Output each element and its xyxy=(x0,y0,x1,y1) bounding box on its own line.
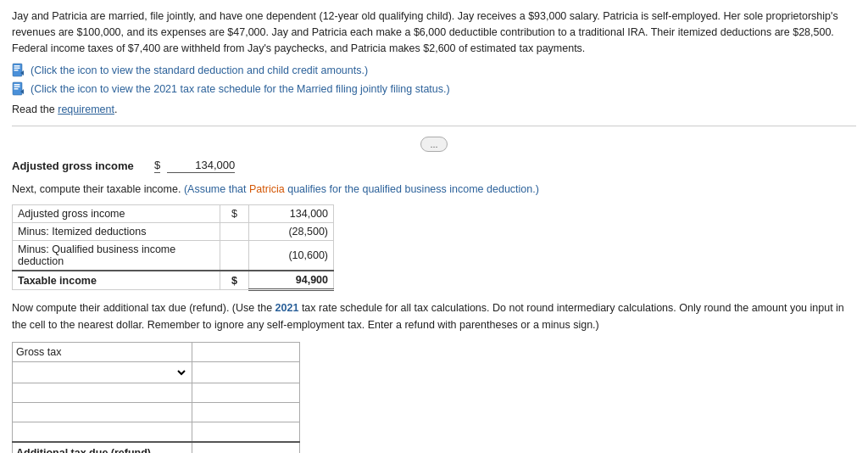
refund-row-1-label[interactable] xyxy=(16,385,188,400)
svg-rect-8 xyxy=(14,88,19,90)
refund-row-3-value[interactable] xyxy=(196,424,296,439)
refund-row-1-value[interactable] xyxy=(196,385,296,400)
additional-tax-input[interactable] xyxy=(196,445,296,453)
svg-rect-7 xyxy=(14,87,20,88)
refund-row-2-label[interactable] xyxy=(16,405,188,420)
read-requirement: Read the requirement. xyxy=(12,103,856,115)
svg-rect-6 xyxy=(14,84,20,86)
taxable-row-1-value: (28,500) xyxy=(248,223,333,241)
gross-tax-row: Gross tax xyxy=(13,343,300,362)
agi-dollar-sign: $ xyxy=(154,159,160,173)
tax-rate-link-text: (Click the icon to view the 2021 tax rat… xyxy=(31,83,450,95)
taxable-row-1-label: Minus: Itemized deductions xyxy=(13,223,220,241)
gross-tax-input[interactable] xyxy=(196,344,296,360)
refund-row-3-value-cell[interactable] xyxy=(192,422,299,443)
agi-value: 134,000 xyxy=(167,159,235,173)
agi-section: Adjusted gross income $ 134,000 xyxy=(12,159,856,173)
refund-row-3 xyxy=(13,422,300,443)
refund-row-1 xyxy=(13,383,300,403)
tax-rate-link-row[interactable]: (Click the icon to view the 2021 tax rat… xyxy=(12,81,856,97)
refund-dropdown-input[interactable] xyxy=(196,365,296,380)
refund-row-1-value-cell[interactable] xyxy=(192,383,299,403)
refund-type-select[interactable]: Tax withheld Estimated tax payments Chil… xyxy=(16,364,188,381)
refund-row-3-label-cell[interactable] xyxy=(13,422,192,443)
gross-tax-input-cell[interactable] xyxy=(192,343,299,362)
section-divider xyxy=(12,126,856,126)
taxable-row-2-label: Minus: Qualified business income deducti… xyxy=(13,241,220,271)
standard-deduction-icon xyxy=(12,63,25,78)
refund-row-2-value-cell[interactable] xyxy=(192,403,299,422)
additional-tax-input-cell[interactable] xyxy=(192,442,299,453)
taxable-row-0-label: Adjusted gross income xyxy=(13,205,220,223)
next-compute-text: Next, compute their taxable income. (Ass… xyxy=(12,182,856,198)
refund-dropdown-cell[interactable]: Tax withheld Estimated tax payments Chil… xyxy=(13,362,192,383)
taxable-row-1: Minus: Itemized deductions (28,500) xyxy=(13,223,334,241)
tax-rate-icon xyxy=(12,81,25,97)
refund-table: Gross tax Tax withheld Estimated tax pay… xyxy=(12,342,300,453)
refund-row-2 xyxy=(13,403,300,422)
refund-row-1-label-cell[interactable] xyxy=(13,383,192,403)
additional-tax-row: Additional tax due (refund) xyxy=(13,442,300,453)
svg-rect-3 xyxy=(14,70,19,71)
collapse-section: ... xyxy=(12,137,856,152)
taxable-row-0: Adjusted gross income $ 134,000 xyxy=(13,205,334,223)
taxable-row-2-dollar xyxy=(220,241,248,271)
collapse-button[interactable]: ... xyxy=(420,137,447,152)
gross-tax-label: Gross tax xyxy=(13,343,192,362)
svg-rect-2 xyxy=(14,68,20,70)
intro-paragraph: Jay and Patricia are married, file joint… xyxy=(12,8,856,56)
refund-row-2-value[interactable] xyxy=(196,405,296,420)
taxable-row-2: Minus: Qualified business income deducti… xyxy=(13,241,334,271)
taxable-row-2-value: (10,600) xyxy=(248,241,333,271)
refund-row-dropdown: Tax withheld Estimated tax payments Chil… xyxy=(13,362,300,383)
taxable-row-0-dollar: $ xyxy=(220,205,248,223)
additional-tax-label: Additional tax due (refund) xyxy=(13,442,192,453)
taxable-income-total-row: Taxable income $ 94,900 xyxy=(13,271,334,290)
refund-row-2-label-cell[interactable] xyxy=(13,403,192,422)
taxable-row-0-value: 134,000 xyxy=(248,205,333,223)
refund-row-dropdown-input-cell[interactable] xyxy=(192,362,299,383)
svg-rect-1 xyxy=(14,65,20,67)
taxable-income-table: Adjusted gross income $ 134,000 Minus: I… xyxy=(12,204,334,291)
standard-deduction-link-text: (Click the icon to view the standard ded… xyxy=(31,64,368,76)
taxable-income-value: 94,900 xyxy=(248,271,333,290)
taxable-income-dollar: $ xyxy=(220,271,248,290)
refund-row-3-label[interactable] xyxy=(16,424,188,439)
requirement-link[interactable]: requirement xyxy=(58,103,114,115)
standard-deduction-link-row[interactable]: (Click the icon to view the standard ded… xyxy=(12,63,856,78)
taxable-row-1-dollar xyxy=(220,223,248,241)
taxable-income-label: Taxable income xyxy=(13,271,220,290)
agi-label: Adjusted gross income xyxy=(12,159,147,172)
now-compute-text: Now compute their additional tax due (re… xyxy=(12,299,856,333)
